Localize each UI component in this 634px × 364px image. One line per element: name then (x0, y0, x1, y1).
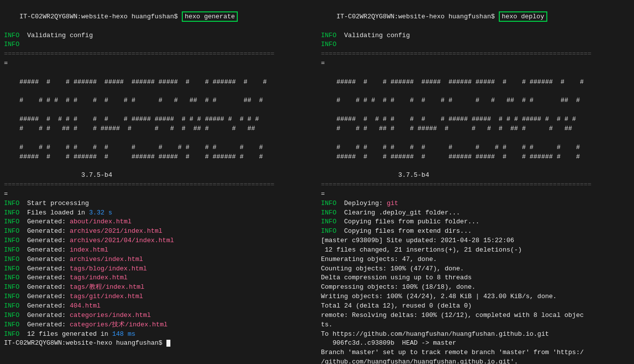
left-files-loaded: INFO Files loaded in 3.32 s (4, 208, 313, 218)
right-empty-1 (321, 68, 630, 78)
left-gen-9: INFO Generated: tags/git/index.html (4, 292, 313, 302)
left-files-count: INFO 12 files generated in 148 ms (4, 330, 313, 339)
left-ascii-6: ##### # # ###### # ###### ##### # # ####… (4, 153, 313, 162)
left-gen-5: INFO Generated: archives/index.html (4, 255, 313, 264)
right-empty-3 (321, 105, 630, 115)
right-ascii-1: ##### # # ###### ##### ###### ##### # # … (321, 78, 630, 87)
right-compressing: Compressing objects: 100% (18/18), done. (321, 283, 630, 292)
right-info-1: INFO Validating config (321, 31, 630, 41)
left-ascii-2: # # # # # # # # # # # # ## # # ## # (4, 96, 313, 105)
right-clearing: INFO Clearing .deploy_git folder... (321, 208, 630, 218)
right-prompt-line: IT-C02WR2QYG8WN:website-hexo huangfushan… (321, 3, 630, 31)
right-eq-1: = (321, 59, 630, 68)
left-eq-1: = (4, 59, 313, 68)
left-info-1: INFO Validating config (4, 31, 313, 41)
left-terminal: IT-C02WR2QYG8WN:website-hexo huangfushan… (0, 0, 317, 364)
left-empty-1 (4, 68, 313, 78)
left-ascii-3: ##### # # # # # # # ##### ##### # # # ##… (4, 115, 313, 124)
right-branch: Branch 'master' set up to track remote b… (321, 348, 630, 358)
left-empty-4 (4, 134, 313, 143)
left-ascii-5: # # # # # # # # # # # # # # # (4, 143, 313, 153)
left-prompt: IT-C02WR2QYG8WN:website-hexo huangfushan… (19, 13, 182, 20)
right-ascii-6: ##### # # ###### # ###### ##### # # ####… (321, 153, 630, 162)
right-sep-1: ========================================… (321, 50, 630, 59)
right-ascii-4: # # # ## # # ##### # # # # ## # # ## (321, 124, 630, 134)
left-start: INFO Start processing (4, 199, 313, 208)
right-to-url: To https://github.com/huangfushan/huangf… (321, 330, 630, 339)
right-ascii-5: # # # # # # # # # # # # # # # (321, 143, 630, 153)
right-remote-cont: ts. (321, 320, 630, 330)
left-eq-2: = (4, 190, 313, 199)
left-command: hexo generate (182, 11, 238, 22)
right-delta-compress: Delta compression using up to 8 threads (321, 273, 630, 283)
left-final-prompt: IT-C02WR2QYG8WN:website-hexo huangfushan… (4, 339, 313, 348)
right-command: hexo deploy (499, 11, 547, 22)
left-gen-3: INFO Generated: archives/2021/04/index.h… (4, 236, 313, 246)
left-gen-10: INFO Generated: 404.html (4, 302, 313, 311)
right-files-changed: 12 files changed, 21 insertions(+), 21 d… (321, 246, 630, 255)
right-total: Total 24 (delta 12), reused 0 (delta 0) (321, 302, 630, 311)
right-branch-cont: /github.com/huangfushan/huangfushan.gith… (321, 358, 630, 364)
right-head: 906fc3d..c93809b HEAD -> master (321, 339, 630, 348)
right-version: 3.7.5-b4 (321, 171, 630, 180)
left-empty-3 (4, 105, 313, 115)
left-gen-7: INFO Generated: tags/index.html (4, 273, 313, 283)
right-commit: [master c93809b] Site updated: 2021-04-2… (321, 236, 630, 246)
left-empty-5 (4, 161, 313, 171)
right-empty-5 (321, 161, 630, 171)
right-counting: Counting objects: 100% (47/47), done. (321, 264, 630, 274)
right-prompt: IT-C02WR2QYG8WN:website-hexo huangfushan… (336, 13, 499, 20)
right-enumerating: Enumerating objects: 47, done. (321, 255, 630, 264)
left-sep-2: ========================================… (4, 180, 313, 190)
right-copying-1: INFO Copying files from public folder... (321, 217, 630, 227)
left-version: 3.7.5-b4 (4, 171, 313, 180)
left-prompt-line: IT-C02WR2QYG8WN:website-hexo huangfushan… (4, 3, 313, 31)
right-copying-2: INFO Copying files from extend dirs... (321, 227, 630, 236)
right-sep-2: ========================================… (321, 180, 630, 190)
right-deploying: INFO Deploying: git (321, 199, 630, 208)
left-sep-1: ========================================… (4, 50, 313, 59)
right-remote: remote: Resolving deltas: 100% (12/12), … (321, 311, 630, 320)
right-terminal: IT-C02WR2QYG8WN:website-hexo huangfushan… (317, 0, 634, 364)
left-gen-12: INFO Generated: categories/技术/index.html (4, 320, 313, 330)
right-empty-2 (321, 87, 630, 97)
left-gen-1: INFO Generated: about/index.html (4, 217, 313, 227)
left-info-2: INFO (4, 40, 313, 50)
right-writing: Writing objects: 100% (24/24), 2.48 KiB … (321, 292, 630, 302)
right-info-2: INFO (321, 40, 630, 50)
right-empty-4 (321, 134, 630, 143)
left-gen-6: INFO Generated: tags/blog/index.html (4, 264, 313, 274)
left-gen-4: INFO Generated: index.html (4, 246, 313, 255)
left-ascii-4: # # # ## # # ##### # # # # ## # # ## (4, 124, 313, 134)
right-eq-2: = (321, 190, 630, 199)
left-gen-2: INFO Generated: archives/2021/index.html (4, 227, 313, 236)
left-gen-11: INFO Generated: categories/index.html (4, 311, 313, 320)
right-ascii-3: ##### # # # # # # # ##### ##### # # # ##… (321, 115, 630, 124)
left-empty-2 (4, 87, 313, 97)
left-ascii-1: ##### # # ###### ##### ###### ##### # # … (4, 78, 313, 87)
left-gen-8: INFO Generated: tags/教程/index.html (4, 283, 313, 292)
right-ascii-2: # # # # # # # # # # # # ## # # ## # (321, 96, 630, 105)
